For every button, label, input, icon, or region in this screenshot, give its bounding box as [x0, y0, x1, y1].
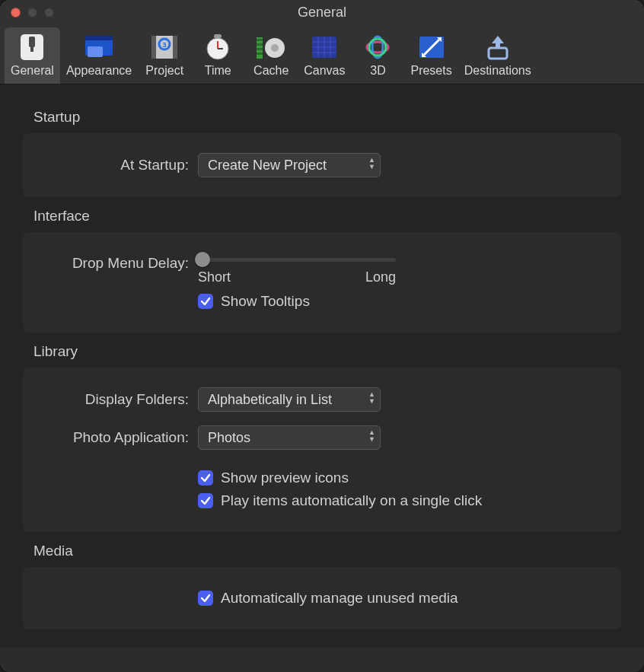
svg-rect-8: [173, 36, 177, 59]
window-title: General: [0, 5, 644, 21]
destinations-icon: [480, 32, 515, 62]
auto-manage-media-label: Automatically manage unused media: [221, 590, 458, 607]
check-icon: [200, 593, 211, 604]
svg-text:3: 3: [163, 41, 167, 49]
tab-label: General: [11, 64, 54, 78]
tab-destinations[interactable]: Destinations: [458, 27, 537, 84]
chevron-updown-icon: ▲▼: [368, 429, 375, 443]
drop-menu-delay-label: Drop Menu Delay:: [38, 252, 198, 272]
section-title-library: Library: [33, 343, 621, 360]
slider-thumb[interactable]: [195, 252, 210, 267]
chevron-updown-icon: ▲▼: [368, 157, 375, 170]
check-icon: [200, 495, 211, 506]
tab-time[interactable]: Time: [191, 27, 244, 84]
svg-rect-2: [30, 46, 33, 52]
section-interface: Drop Menu Delay: Short Long: [23, 232, 621, 333]
tab-label: Appearance: [66, 64, 132, 78]
cache-icon: [253, 32, 289, 62]
tab-appearance[interactable]: Appearance: [60, 27, 138, 84]
tab-label: Time: [205, 64, 231, 78]
tab-label: 3D: [370, 64, 385, 78]
tab-general[interactable]: General: [5, 27, 60, 84]
drop-menu-delay-slider[interactable]: [198, 258, 396, 262]
svg-rect-4: [85, 36, 113, 40]
svg-rect-18: [257, 48, 263, 50]
section-title-startup: Startup: [33, 109, 621, 126]
svg-rect-7: [151, 36, 156, 59]
show-tooltips-checkbox[interactable]: [198, 294, 213, 309]
slider-long-label: Long: [365, 269, 396, 285]
appearance-icon: [81, 32, 116, 62]
svg-rect-12: [214, 34, 222, 38]
photo-application-label: Photo Application:: [38, 429, 198, 446]
display-folders-select[interactable]: Alphabetically in List ▲▼: [198, 387, 381, 412]
section-startup: At Startup: Create New Project ▲▼: [23, 133, 621, 197]
play-items-label: Play items automatically on a single cli…: [221, 492, 482, 509]
minimize-icon[interactable]: [27, 8, 37, 18]
svg-rect-19: [257, 53, 263, 55]
check-icon: [200, 473, 211, 483]
show-tooltips-label: Show Tooltips: [221, 293, 310, 310]
tab-label: Project: [145, 64, 183, 78]
tab-label: Presets: [410, 64, 451, 78]
at-startup-label: At Startup:: [38, 157, 198, 174]
show-preview-icons-checkbox[interactable]: [198, 470, 213, 486]
maximize-icon[interactable]: [44, 8, 54, 18]
photo-application-select[interactable]: Photos ▲▼: [198, 425, 381, 450]
close-icon[interactable]: [11, 8, 21, 18]
display-folders-label: Display Folders:: [38, 391, 198, 408]
3d-icon: [360, 32, 395, 62]
traffic-lights: [11, 8, 54, 18]
section-title-interface: Interface: [33, 208, 621, 225]
chevron-updown-icon: ▲▼: [368, 391, 375, 405]
slider-short-label: Short: [198, 269, 231, 285]
general-icon: [14, 32, 49, 62]
svg-rect-30: [489, 48, 507, 59]
tab-3d[interactable]: 3D: [351, 27, 404, 84]
auto-manage-media-checkbox[interactable]: [198, 591, 213, 606]
show-preview-icons-label: Show preview icons: [221, 470, 349, 486]
play-items-checkbox[interactable]: [198, 493, 213, 508]
tab-project[interactable]: 3 Project: [138, 27, 191, 84]
svg-rect-1: [29, 37, 35, 47]
svg-point-25: [366, 35, 390, 59]
at-startup-value: Create New Project: [208, 158, 327, 174]
tab-label: Destinations: [464, 64, 531, 78]
tab-canvas[interactable]: Canvas: [298, 27, 351, 84]
check-icon: [200, 296, 211, 307]
project-icon: 3: [147, 32, 182, 62]
tab-cache[interactable]: Cache: [244, 27, 298, 84]
at-startup-select[interactable]: Create New Project ▲▼: [198, 153, 381, 177]
content-area: Startup At Startup: Create New Project ▲…: [0, 84, 644, 648]
tab-label: Canvas: [304, 64, 345, 78]
svg-rect-5: [88, 46, 103, 57]
presets-icon: [414, 32, 449, 62]
display-folders-value: Alphabetically in List: [208, 392, 332, 408]
preferences-window: General General Appearance 3 Project Ti: [0, 0, 644, 672]
svg-rect-17: [257, 43, 263, 46]
tab-presets[interactable]: Presets: [404, 27, 457, 84]
tab-label: Cache: [253, 64, 289, 78]
toolbar: General Appearance 3 Project Time Cache: [0, 24, 644, 84]
section-media: Automatically manage unused media: [23, 567, 621, 629]
time-icon: [200, 32, 235, 62]
titlebar: General: [0, 0, 644, 24]
section-title-media: Media: [33, 543, 621, 559]
svg-point-21: [271, 44, 279, 52]
photo-application-value: Photos: [208, 430, 250, 446]
svg-rect-16: [257, 39, 263, 41]
canvas-icon: [307, 32, 342, 62]
section-library: Display Folders: Alphabetically in List …: [23, 368, 621, 532]
